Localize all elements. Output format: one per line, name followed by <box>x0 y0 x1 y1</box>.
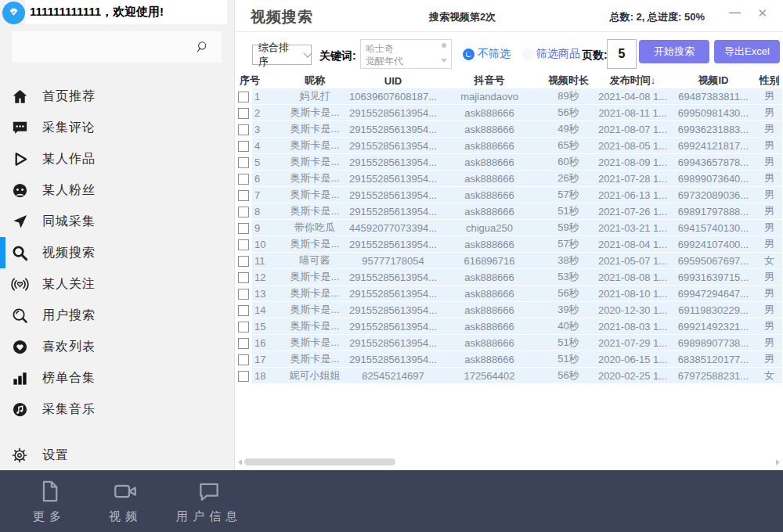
scroll-left-icon[interactable] <box>238 459 242 466</box>
cell-duration: 39秒 <box>542 302 595 318</box>
horizontal-scrollbar[interactable] <box>236 457 781 467</box>
row-checkbox[interactable] <box>238 92 249 102</box>
scroll-right-icon[interactable] <box>776 459 780 466</box>
row-checkbox[interactable] <box>238 223 249 234</box>
row-checkbox[interactable] <box>238 338 249 349</box>
sidebar-item-city-collect[interactable]: 同城采集 <box>0 206 234 237</box>
row-checkbox[interactable] <box>238 207 249 217</box>
sort-select[interactable]: 综合排序 <box>252 45 312 65</box>
col-header-nickname[interactable]: 昵称 <box>280 73 349 88</box>
col-header-publish-time[interactable]: 发布时间↓ <box>595 73 670 88</box>
row-checkbox[interactable] <box>238 272 249 283</box>
sidebar-item-like-list[interactable]: 喜欢列表 <box>0 331 234 362</box>
cell-video_id: 69950981430... <box>670 105 756 121</box>
sidebar-item-label: 某人关注 <box>42 276 96 293</box>
sidebar-search-input[interactable] <box>12 31 222 63</box>
tab-more[interactable]: 更多 <box>22 478 77 524</box>
pages-input[interactable]: 5 <box>607 39 637 69</box>
cell-nickname: 奥斯卡是... <box>280 171 349 187</box>
cell-douyin: ask888666 <box>437 105 542 121</box>
video-camera-icon <box>112 478 139 505</box>
comment-icon <box>9 117 30 138</box>
start-search-button[interactable]: 开始搜索 <box>639 40 709 63</box>
cell-uid: 29155285613954... <box>349 335 437 351</box>
col-header-douyin[interactable]: 抖音号 <box>437 73 542 88</box>
keyword-spinner[interactable] <box>439 41 449 66</box>
row-checkbox[interactable] <box>238 174 249 185</box>
cell-douyin: ask888666 <box>437 171 542 187</box>
cell-gender: 男 <box>756 171 782 187</box>
row-checkbox-cell <box>235 138 252 154</box>
sidebar-item-settings[interactable]: 设置 <box>0 440 244 471</box>
col-header-duration[interactable]: 视频时长 <box>542 73 595 88</box>
cell-num: 9 <box>252 220 280 236</box>
col-header-num[interactable]: 序号 <box>235 73 280 88</box>
radio-no-filter[interactable] <box>463 49 474 60</box>
cell-uid: 29155285613954... <box>349 138 437 154</box>
row-checkbox[interactable] <box>238 141 249 152</box>
row-checkbox[interactable] <box>238 124 249 135</box>
close-button[interactable]: ✕ <box>757 6 767 20</box>
row-checkbox[interactable] <box>238 157 249 168</box>
sidebar-item-video-search[interactable]: 视频搜索 <box>0 237 234 268</box>
table-row: 7奥斯卡是...29155285613954...ask88866657秒202… <box>235 187 782 203</box>
row-checkbox[interactable] <box>238 354 249 365</box>
cell-num: 7 <box>252 187 280 203</box>
tab-user-info[interactable]: 用户信息 <box>166 478 252 524</box>
sidebar-item-user-works[interactable]: 某人作品 <box>0 143 234 174</box>
cell-video_id: 69943657878... <box>670 154 756 171</box>
sidebar: 111111111111，欢迎使用! 首页推荐 采集评论 某人作品 某人粉丝 同… <box>0 0 235 470</box>
radio-no-filter-label[interactable]: 不筛选 <box>478 47 511 61</box>
cell-uid: 29155285613954... <box>349 171 437 187</box>
row-checkbox[interactable] <box>238 256 249 267</box>
row-checkbox[interactable] <box>238 239 249 250</box>
spinner-down-icon <box>441 59 447 63</box>
cell-nickname: 奥斯卡是... <box>280 236 349 253</box>
broadcast-heart-icon <box>9 274 30 294</box>
col-header-video-id[interactable]: 视频ID <box>670 73 756 88</box>
tab-label: 更多 <box>33 509 66 524</box>
cell-uid: 29155285613954... <box>349 236 437 253</box>
sidebar-item-user-search[interactable]: 用户搜索 <box>0 300 234 331</box>
heart-circle-icon <box>9 336 30 357</box>
row-checkbox[interactable] <box>238 289 249 300</box>
row-checkbox-cell <box>235 105 252 121</box>
export-excel-button[interactable]: 导出Excel <box>714 40 780 63</box>
radio-filter-goods[interactable] <box>521 49 533 60</box>
cell-publish: 2021-07-29 1... <box>595 335 670 351</box>
row-checkbox[interactable] <box>238 190 249 201</box>
sidebar-item-collect-comments[interactable]: 采集评论 <box>0 112 234 143</box>
cell-num: 16 <box>252 335 280 351</box>
gear-icon <box>9 445 30 466</box>
cell-nickname: 奥斯卡是... <box>280 269 349 286</box>
row-checkbox[interactable] <box>238 322 249 332</box>
cell-douyin: 172564402 <box>437 368 542 384</box>
search-round-status: 搜索视频第2次 <box>429 10 496 24</box>
table-row: 6奥斯卡是...29155285613954...ask88866626秒202… <box>235 171 782 187</box>
sidebar-item-user-follow[interactable]: 某人关注 <box>0 268 234 300</box>
sidebar-item-user-fans[interactable]: 某人粉丝 <box>0 174 234 206</box>
cell-douyin: ask888666 <box>437 318 542 335</box>
col-header-uid[interactable]: UID <box>349 73 437 88</box>
col-header-gender[interactable]: 性别 <box>756 73 782 88</box>
sidebar-item-label: 榜单合集 <box>42 370 96 386</box>
keyword-input[interactable]: 哈士奇 觉醒年代 <box>360 39 452 69</box>
sidebar-item-home-feed[interactable]: 首页推荐 <box>0 81 234 112</box>
row-checkbox-cell <box>235 220 252 236</box>
minimize-button[interactable]: — <box>729 5 741 19</box>
row-checkbox[interactable] <box>238 108 249 119</box>
row-checkbox-cell <box>235 302 252 318</box>
radio-filter-goods-label[interactable]: 筛选商品 <box>536 47 580 61</box>
cell-num: 3 <box>252 121 280 138</box>
row-checkbox[interactable] <box>238 305 249 316</box>
cell-douyin: ask888666 <box>437 286 542 302</box>
tab-video[interactable]: 视频 <box>97 478 153 524</box>
cell-nickname: 奥斯卡是... <box>280 121 349 138</box>
scrollbar-thumb[interactable] <box>244 458 395 466</box>
cell-video_id: 69487383811... <box>670 88 756 105</box>
cell-gender: 男 <box>756 187 782 203</box>
sidebar-item-collect-music[interactable]: 采集音乐 <box>0 394 234 425</box>
row-checkbox[interactable] <box>238 371 249 382</box>
results-table: 序号 昵称 UID 抖音号 视频时长 发布时间↓ 视频ID 性别 1妈见打106… <box>235 73 782 384</box>
sidebar-item-rank-collection[interactable]: 榜单合集 <box>0 362 234 394</box>
